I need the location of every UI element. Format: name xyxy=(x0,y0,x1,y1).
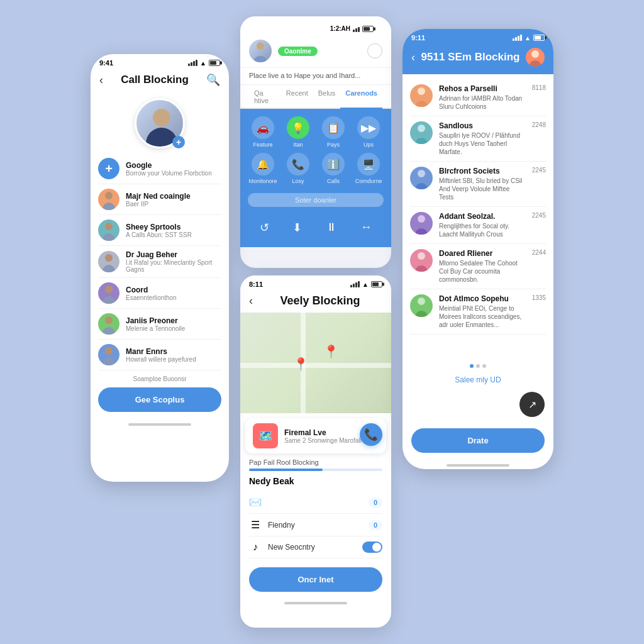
right-phone: 9:11 ▲ ‹ 9511 SEm Blocking xyxy=(402,29,553,469)
mini-head xyxy=(105,223,113,230)
settings-item-security[interactable]: ♪ New Seocntry xyxy=(249,536,382,558)
search-button[interactable]: 🔍 xyxy=(206,73,220,87)
map-area: 📍 📍 xyxy=(240,313,391,413)
friendly-count: 0 xyxy=(369,520,382,530)
download-button[interactable]: ⬇ xyxy=(292,221,302,235)
notif-item[interactable]: Blrcfront Societs Miftinlet SBl, Slu bri… xyxy=(410,162,546,207)
grid-item-feature[interactable]: 🚗 Feature xyxy=(248,116,278,148)
cb-back-button[interactable]: ‹ xyxy=(249,294,253,308)
signal-icon xyxy=(188,60,197,66)
cb-title: Veely Blocking xyxy=(258,294,382,308)
contact-sub: l.it Rafal you: Mineclantiy Sport Gagns xyxy=(126,259,221,273)
center-bottom-phone: 8:11 ▲ ‹ Veely Blocking xyxy=(240,275,391,628)
right-footer-button[interactable]: Drate xyxy=(411,428,545,453)
mini-body xyxy=(103,296,115,304)
dot-inactive xyxy=(482,364,486,368)
notif-item[interactable]: Rehos a Parselli Adrinan for lAMBR Alto … xyxy=(410,79,546,116)
contact-sub: Howrall willere payefured xyxy=(126,356,221,363)
tab-belus[interactable]: Belus xyxy=(313,85,341,109)
contact-avatar xyxy=(98,282,119,304)
list-item[interactable]: Janiis Preoner Melenie a Tennonoile xyxy=(98,309,221,340)
notif-avatar xyxy=(410,212,433,235)
mini-head xyxy=(105,192,113,199)
mini-head xyxy=(105,286,113,293)
notif-item[interactable]: Dot Atlmco Sopehu Meintial PNt EOi, Ceng… xyxy=(410,289,546,335)
grid-item-corn[interactable]: 🖥️ Corndurne xyxy=(353,153,384,184)
battery-icon xyxy=(533,35,545,41)
notif-content: Addant Seolzal. Renglijlthes for Socal o… xyxy=(439,212,526,238)
share-fab-button[interactable]: ↗ xyxy=(519,392,545,417)
notif-content: Doared Rliener Mlorno Sedalee The Cohoot… xyxy=(439,249,526,284)
notif-item[interactable]: Sandlous Saupllri lye ROOV / Plãhfund du… xyxy=(410,116,546,162)
monitor-icon: 🔔 xyxy=(252,153,274,175)
grid-item-pays[interactable]: 📋 Pays xyxy=(318,116,348,148)
list-item[interactable]: Majr Ned coaingle Baer IIP xyxy=(98,184,221,215)
contact-name: Dr Juag Beher xyxy=(126,250,221,259)
contact-info: Google Borrow your Volume Florbction xyxy=(126,161,221,177)
corn-icon: 🖥️ xyxy=(357,153,380,175)
wifi-icon: ▲ xyxy=(200,60,206,67)
refresh-button[interactable]: ↺ xyxy=(260,221,269,235)
losy-icon: 📞 xyxy=(287,153,309,175)
notif-avatar xyxy=(410,84,433,107)
see-more-link[interactable]: Salee mly UD xyxy=(411,375,545,384)
notif-item[interactable]: Addant Seolzal. Renglijlthes for Socal o… xyxy=(410,207,546,244)
battery-fill xyxy=(210,61,216,65)
profile-avatar-sm xyxy=(249,40,272,62)
tagline: Place live a to Hape you and Ihard... xyxy=(240,68,391,85)
list-item[interactable]: Sheey Sprtools A Calls Abun: SST SSR xyxy=(98,215,221,246)
pause-button[interactable]: ⏸ xyxy=(326,221,337,235)
cb-footer-button[interactable]: Oncr Inet xyxy=(249,567,382,592)
avatar-section: + xyxy=(91,92,229,153)
list-item[interactable]: Dr Juag Beher l.it Rafal you: Mineclanti… xyxy=(98,246,221,278)
map-pin-red: 📍 xyxy=(323,344,339,359)
left-phone: 9:41 ▲ ‹ Call Blocking 🔍 xyxy=(91,54,229,482)
grid-item-ups[interactable]: ▶▶ Ups xyxy=(353,116,384,148)
list-item[interactable]: Coord Esaennterlionthon xyxy=(98,278,221,309)
options-button[interactable] xyxy=(367,43,382,58)
get-scopus-button[interactable]: Gee Scoplus xyxy=(98,387,221,412)
right-title: 9511 SEm Blocking xyxy=(420,51,521,64)
add-avatar-button[interactable]: + xyxy=(172,136,185,148)
list-item[interactable]: Manr Ennrs Howrall willere payefured xyxy=(98,340,221,370)
home-indicator xyxy=(447,464,509,467)
notif-item[interactable]: Doared Rliener Mlorno Sedalee The Cohoot… xyxy=(410,244,546,289)
list-item[interactable]: + Google Borrow your Volume Florbction xyxy=(98,153,221,184)
progress-label: Pap Fail Rool Blocking xyxy=(249,458,382,466)
notif-avatar xyxy=(410,249,433,272)
notif-text: Adrinan for lAMBR Alto Todan Sluru Cuhlc… xyxy=(439,94,526,111)
tab-carenods[interactable]: Carenods xyxy=(340,85,382,109)
notif-name: Rehos a Parselli xyxy=(439,84,526,93)
tab-recent[interactable]: Recent xyxy=(281,85,313,109)
settings-item-email[interactable]: ✉️ 0 xyxy=(249,491,382,514)
notif-time: 2245 xyxy=(532,212,546,219)
signal-icon xyxy=(353,26,360,32)
back-button[interactable]: ‹ xyxy=(99,74,103,87)
location-sub: Same 2 Sronwinge Marofalf xyxy=(284,437,362,444)
grid-item-itan[interactable]: 💡 Itan xyxy=(283,116,313,148)
call-fab-button[interactable]: 📞 xyxy=(360,423,382,446)
music-icon: ♪ xyxy=(249,541,262,553)
grid-item-losy[interactable]: 📞 Losy xyxy=(283,153,313,184)
cb-footer: Oncr Inet xyxy=(240,564,391,598)
notif-name: Dot Atlmco Sopehu xyxy=(439,294,526,303)
share-button[interactable]: ↔ xyxy=(360,221,372,235)
sample-text: Soamploe Buoonsr xyxy=(98,375,221,382)
grid-item-monitor[interactable]: 🔔 Monitonore xyxy=(248,153,278,184)
right-back-button[interactable]: ‹ xyxy=(411,51,415,64)
left-footer: Soamploe Buoonsr Gee Scoplus xyxy=(91,370,229,419)
security-toggle[interactable] xyxy=(362,541,382,553)
tab-qahtive[interactable]: Qa htive xyxy=(249,85,281,109)
right-time: 9:11 xyxy=(411,34,425,42)
grid-item-calls[interactable]: ℹ️ Calls xyxy=(318,153,348,184)
map-road-h xyxy=(240,363,391,368)
settings-item-friendly[interactable]: ☰ Fiendny 0 xyxy=(249,514,382,536)
email-count: 0 xyxy=(369,497,382,508)
notification-list: Rehos a Parselli Adrinan for lAMBR Alto … xyxy=(402,74,553,359)
map-pin-green: 📍 xyxy=(293,357,309,372)
bar3 xyxy=(193,61,195,66)
search-bar[interactable]: Soter doanler xyxy=(248,193,384,207)
notif-content: Sandlous Saupllri lye ROOV / Plãhfund du… xyxy=(439,121,526,156)
contact-info: Manr Ennrs Howrall willere payefured xyxy=(126,347,221,363)
pays-label: Pays xyxy=(327,142,340,148)
